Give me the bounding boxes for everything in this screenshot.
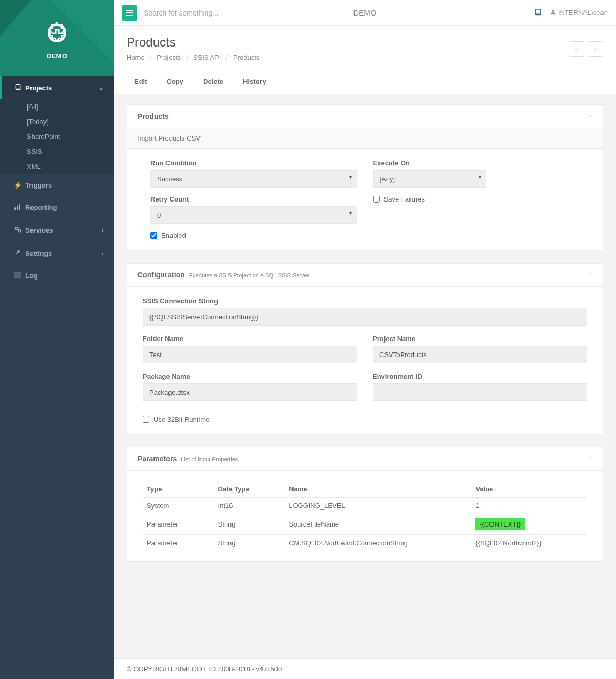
- svg-rect-2: [17, 206, 18, 210]
- app-name: DEMO: [41, 52, 72, 60]
- project-name-label: Project Name: [373, 335, 587, 343]
- project-name-input[interactable]: [373, 346, 587, 363]
- page-title: Products: [127, 35, 603, 50]
- breadcrumb-projects[interactable]: Projects: [157, 54, 181, 61]
- sidebar-item-reporting[interactable]: Reporting: [0, 196, 114, 219]
- pager: < >: [569, 41, 603, 57]
- sidebar: DEMO Projects ⌄ [All] [Today] SharePoint…: [0, 0, 114, 679]
- sidebar-item-label: Projects: [25, 84, 52, 92]
- table-row[interactable]: Parameter String SourceFileName {{CONTEX…: [143, 514, 587, 535]
- save-failures-checkbox[interactable]: [373, 196, 380, 203]
- products-panel-title: Products: [137, 112, 169, 120]
- environment-id-label: Environment ID: [373, 373, 587, 380]
- col-name: Name: [285, 481, 471, 498]
- svg-rect-11: [126, 15, 133, 16]
- collapse-icon[interactable]: ⌃: [588, 456, 592, 463]
- collapse-icon[interactable]: ⌃: [588, 114, 592, 120]
- page-heading: Products Home / Projects / SSIS API / Pr…: [114, 26, 616, 69]
- col-datatype: Data Type: [214, 481, 285, 498]
- svg-rect-3: [19, 204, 20, 210]
- execute-on-select[interactable]: [Any]: [373, 170, 487, 188]
- environment-id-input[interactable]: [373, 383, 587, 401]
- user-menu[interactable]: INTERNAL\sean: [550, 9, 608, 17]
- help-book-icon[interactable]: [534, 8, 542, 17]
- action-history[interactable]: History: [243, 78, 266, 85]
- collapse-icon[interactable]: ⌃: [588, 272, 592, 279]
- run-condition-select[interactable]: Success: [150, 170, 357, 188]
- package-name-input[interactable]: [143, 383, 357, 401]
- chart-icon: [13, 204, 22, 211]
- breadcrumb-current: Products: [233, 54, 259, 61]
- sidebar-item-log[interactable]: Log: [0, 265, 114, 287]
- table-row[interactable]: System Int16 LOGGING_LEVEL 1: [143, 498, 587, 514]
- breadcrumb-home[interactable]: Home: [127, 54, 145, 61]
- app-logo-icon: [41, 17, 72, 48]
- submenu-item-xml[interactable]: XML: [0, 159, 114, 174]
- folder-name-input[interactable]: [143, 346, 357, 363]
- action-delete[interactable]: Delete: [203, 78, 223, 85]
- sidebar-item-triggers[interactable]: ⚡Triggers: [0, 174, 114, 196]
- package-name-label: Package Name: [143, 373, 357, 380]
- execute-on-label: Execute On: [373, 159, 580, 167]
- save-failures-label: Save Failures: [384, 195, 425, 203]
- sidebar-header: DEMO: [0, 0, 114, 76]
- products-panel: Products ⌃ Import Products CSV Run Condi…: [127, 104, 603, 250]
- parameters-table: Type Data Type Name Value System Int16 L…: [143, 481, 587, 551]
- breadcrumb: Home / Projects / SSIS API / Products: [127, 54, 603, 61]
- highlighted-value: {{CONTEXT}}: [475, 518, 525, 530]
- footer: © COPYRIGHT SIMEGO LTD 2008-2018 - v4.0.…: [114, 658, 616, 679]
- submenu-item-all[interactable]: [All]: [0, 99, 114, 114]
- svg-rect-10: [126, 12, 133, 13]
- breadcrumb-ssis-api[interactable]: SSIS API: [193, 54, 221, 61]
- svg-point-4: [16, 227, 18, 230]
- top-title: DEMO: [353, 8, 377, 17]
- configuration-panel-title: Configuration: [137, 271, 185, 279]
- search-input[interactable]: [137, 5, 282, 21]
- svg-rect-1: [14, 207, 16, 210]
- svg-rect-9: [126, 10, 133, 11]
- user-icon: [550, 9, 556, 15]
- pager-prev-button[interactable]: <: [569, 41, 584, 57]
- chevron-down-icon: ⌄: [99, 85, 103, 91]
- submenu-item-sharepoint[interactable]: SharePoint: [0, 129, 114, 144]
- action-bar: Edit Copy Delete History: [114, 69, 616, 94]
- run-condition-label: Run Condition: [150, 159, 357, 167]
- menu-toggle-button[interactable]: [122, 5, 137, 21]
- list-icon: [13, 272, 22, 280]
- action-edit[interactable]: Edit: [134, 78, 147, 85]
- topbar: DEMO INTERNAL\sean: [114, 0, 616, 26]
- sidebar-item-settings[interactable]: Settings‹: [0, 242, 114, 265]
- cogs-icon: [13, 226, 22, 235]
- col-type: Type: [143, 481, 214, 498]
- svg-point-5: [18, 229, 20, 232]
- chevron-left-icon: ‹: [102, 227, 103, 233]
- conn-string-input[interactable]: [143, 308, 587, 326]
- action-copy[interactable]: Copy: [167, 78, 184, 85]
- use-32bit-checkbox[interactable]: [143, 416, 149, 423]
- book-icon: [13, 84, 22, 92]
- svg-rect-7: [14, 275, 21, 276]
- enabled-label: Enabled: [161, 232, 186, 239]
- svg-rect-6: [14, 273, 21, 274]
- pager-next-button[interactable]: >: [588, 41, 603, 57]
- col-value: Value: [471, 481, 587, 498]
- retry-count-select[interactable]: 0: [150, 206, 357, 224]
- use-32bit-label: Use 32Bit Runtime: [153, 415, 209, 423]
- table-row[interactable]: Parameter String CM.SQL02.Northwind.Conn…: [143, 535, 587, 551]
- svg-rect-8: [14, 277, 21, 278]
- sidebar-item-services[interactable]: Services‹: [0, 219, 114, 242]
- enabled-checkbox[interactable]: [150, 232, 157, 239]
- projects-submenu: [All] [Today] SharePoint SSIS XML: [0, 99, 114, 174]
- svg-point-12: [552, 10, 555, 12]
- parameters-panel-title: Parameters: [137, 455, 177, 463]
- hamburger-icon: [126, 10, 133, 16]
- bolt-icon: ⚡: [13, 181, 22, 189]
- conn-string-label: SSIS Connection String: [143, 297, 587, 305]
- submenu-item-ssis[interactable]: SSIS: [0, 144, 114, 159]
- sidebar-item-projects[interactable]: Projects ⌄ [All] [Today] SharePoint SSIS…: [0, 76, 114, 174]
- submenu-item-today[interactable]: [Today]: [0, 114, 114, 129]
- parameters-panel: Parameters List of Input Properties. ⌃ T…: [127, 447, 603, 562]
- folder-name-label: Folder Name: [143, 335, 357, 343]
- parameters-panel-subtitle: List of Input Properties.: [181, 456, 239, 462]
- chevron-left-icon: ‹: [102, 251, 103, 256]
